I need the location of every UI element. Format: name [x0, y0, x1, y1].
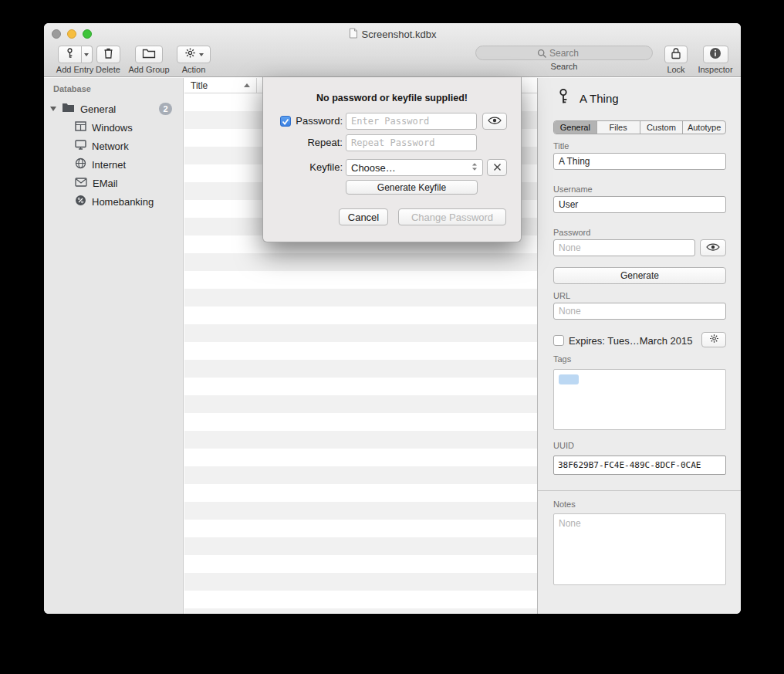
window-title-area: Screenshot.kdbx: [44, 27, 741, 41]
tags-field-label: Tags: [553, 354, 571, 364]
group-label: Network: [92, 141, 129, 152]
notes-field[interactable]: [553, 513, 726, 585]
info-icon: [709, 47, 721, 63]
inspector-label: Inspector: [698, 65, 732, 74]
keyfile-row: Keyfile: Choose…: [263, 159, 521, 176]
keyfile-popup[interactable]: Choose…: [346, 159, 483, 176]
cancel-button[interactable]: Cancel: [339, 208, 388, 225]
change-password-button[interactable]: Change Password: [398, 208, 506, 225]
title-field-label: Title: [553, 141, 569, 151]
search-field[interactable]: [475, 46, 653, 60]
close-icon: [493, 161, 502, 174]
enter-password-input[interactable]: [346, 113, 477, 130]
add-entry-button[interactable]: [58, 46, 93, 63]
folder-plus-icon: [142, 48, 156, 62]
toolbar-item-inspector: Inspector: [695, 46, 735, 74]
coin-icon: [75, 195, 86, 208]
group-label: EMail: [93, 178, 118, 189]
divider: [538, 490, 741, 491]
clear-keyfile-button[interactable]: [487, 159, 507, 176]
tab-autotype[interactable]: Autotype: [682, 121, 725, 134]
lock-button[interactable]: [664, 46, 688, 63]
keyfile-popup-value: Choose…: [351, 162, 396, 174]
eye-icon: [488, 114, 502, 128]
eye-icon: [706, 241, 720, 255]
group-label: Homebanking: [92, 196, 154, 208]
add-entry-main[interactable]: [58, 46, 82, 63]
change-password-sheet: No password or keyfile supplied! Passwor…: [262, 77, 522, 242]
toolbar-item-add-group: Add Group: [126, 46, 172, 74]
sidebar-item-homebanking[interactable]: Homebanking: [44, 192, 183, 211]
inspector-tabs: General Files Custom Autotype: [553, 120, 726, 134]
repeat-password-input[interactable]: [346, 134, 477, 151]
toolbar: Add Entry Delete Add Group Action: [44, 43, 741, 77]
sidebar-item-general[interactable]: General 2: [44, 100, 183, 118]
expires-checkbox[interactable]: [553, 335, 564, 346]
app-window: Screenshot.kdbx Add Entry Delete: [44, 23, 741, 614]
folder-icon: [62, 103, 75, 115]
keyfile-label: Keyfile:: [265, 161, 343, 173]
expires-label: Expires: Tues…March 2015: [569, 335, 692, 347]
sheet-actions: Cancel Change Password: [263, 208, 506, 225]
entry-header: A Thing: [555, 87, 619, 109]
tab-files[interactable]: Files: [596, 121, 640, 134]
delete-button[interactable]: [96, 46, 120, 63]
group-label: General: [80, 103, 116, 115]
delete-label: Delete: [96, 65, 120, 74]
document-icon: [349, 28, 358, 41]
sidebar-item-network[interactable]: Network: [44, 137, 183, 155]
url-field[interactable]: [553, 303, 726, 320]
sidebar-item-internet[interactable]: Internet: [44, 155, 183, 174]
action-label: Action: [182, 65, 206, 74]
group-label: Internet: [92, 159, 126, 171]
sidebar-item-email[interactable]: EMail: [44, 174, 183, 192]
entry-count-badge: 2: [159, 103, 172, 115]
uuid-field-label: UUID: [553, 441, 574, 450]
window-title: Screenshot.kdbx: [362, 29, 437, 40]
sidebar: Database General 2 Windows Network Inter…: [44, 78, 184, 614]
tab-general[interactable]: General: [554, 121, 596, 134]
key-icon: [555, 87, 572, 109]
uuid-field[interactable]: [553, 456, 726, 475]
group-tree: General 2 Windows Network Internet EMail: [44, 100, 183, 211]
desktop: { "window": { "title": "Screenshot.kdbx"…: [0, 0, 784, 674]
tab-custom[interactable]: Custom: [640, 121, 683, 134]
tags-box[interactable]: [553, 369, 726, 430]
search-input[interactable]: [476, 46, 652, 59]
url-field-label: URL: [553, 291, 570, 300]
network-icon: [75, 140, 86, 152]
sort-ascending-icon: [244, 83, 250, 87]
toolbar-item-delete: Delete: [89, 46, 127, 74]
disclosure-triangle-icon[interactable]: [50, 107, 56, 111]
sheet-message: No password or keyfile supplied!: [263, 93, 521, 103]
group-label: Windows: [92, 122, 133, 134]
inspector-button[interactable]: [703, 46, 728, 63]
gear-icon: [184, 47, 196, 62]
generate-keyfile-button[interactable]: Generate Keyfile: [346, 180, 478, 195]
sidebar-section-header: Database: [44, 78, 183, 93]
title-field[interactable]: [553, 153, 726, 170]
key-icon: [64, 47, 76, 63]
add-group-button[interactable]: [135, 46, 163, 63]
lock-icon: [671, 47, 681, 63]
password-label: Password:: [265, 115, 343, 127]
envelope-icon: [75, 178, 87, 189]
password-row: Password:: [263, 113, 521, 130]
generate-password-button[interactable]: Generate: [553, 267, 726, 284]
expires-settings-button[interactable]: [701, 332, 726, 347]
toolbar-item-action: Action: [171, 46, 217, 74]
action-button[interactable]: [177, 46, 211, 63]
username-field-label: Username: [553, 185, 593, 194]
sidebar-item-windows[interactable]: Windows: [44, 118, 183, 137]
column-label: Title: [191, 80, 208, 91]
password-field[interactable]: [553, 239, 695, 256]
gear-icon: [709, 333, 719, 347]
reveal-password-button[interactable]: [482, 113, 507, 130]
trash-icon: [103, 47, 114, 63]
column-header-title[interactable]: Title: [184, 78, 257, 93]
username-field[interactable]: [553, 196, 726, 213]
tag-chip[interactable]: [559, 374, 579, 384]
reveal-password-button[interactable]: [700, 239, 726, 256]
toolbar-item-search: Search: [475, 46, 653, 71]
chevron-down-icon: [199, 53, 204, 56]
